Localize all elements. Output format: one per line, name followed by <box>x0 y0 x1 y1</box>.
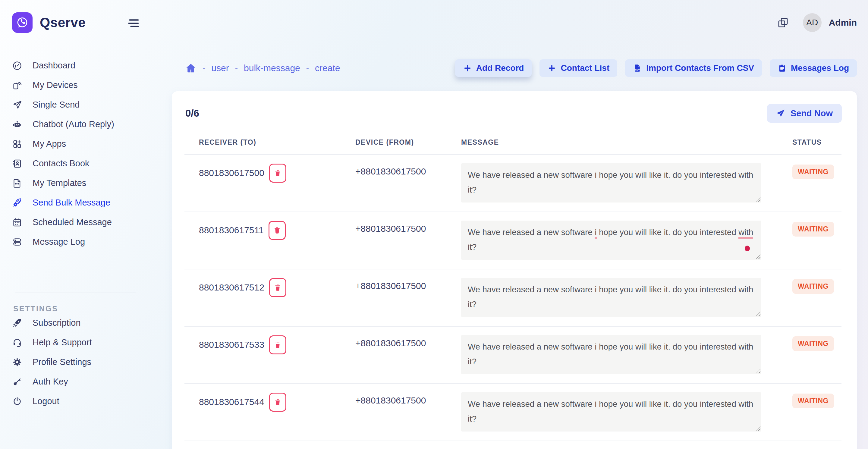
sidebar-item-help-support[interactable]: Help & Support <box>12 333 151 352</box>
sidebar-item-label: Scheduled Message <box>33 217 112 227</box>
receiver-cell: 8801830617511 <box>184 221 341 240</box>
status-cell: WAITING <box>778 392 841 431</box>
sidebar-item-single-send[interactable]: Single Send <box>12 95 151 115</box>
sidebar-item-my-apps[interactable]: My Apps <box>12 134 151 154</box>
contact-list-button[interactable]: Contact List <box>539 59 617 77</box>
misspelled-word: with <box>738 227 753 239</box>
misspelled-word: i <box>595 227 596 239</box>
table-row: 8801830617500 +8801830617500 We have rel… <box>184 155 841 212</box>
sidebar-item-my-devices[interactable]: My Devices <box>12 75 151 95</box>
button-label: Import Contacts From CSV <box>646 63 754 73</box>
device-cell: +8801830617500 <box>341 221 447 260</box>
device-number: +8801830617500 <box>355 338 426 348</box>
delete-row-button[interactable] <box>269 393 286 412</box>
message-textarea[interactable]: We have released a new software i hope y… <box>461 221 761 260</box>
table-row: 8801830617511 +8801830617500 We have rel… <box>184 212 841 269</box>
dashboard-icon <box>12 61 22 71</box>
sidebar-settings-heading: SETTINGS <box>13 304 151 313</box>
sidebar-item-label: Send Bulk Message <box>33 198 110 207</box>
main-content: -user-bulk-message-create Add RecordCont… <box>151 45 868 449</box>
table-header-row: RECEIVER (TO)DEVICE (FROM)MESSAGESTATUS <box>184 123 841 155</box>
sidebar-item-chatbot-auto-reply[interactable]: Chatbot (Auto Reply) <box>12 115 151 134</box>
message-cell: We have released a new software i hope y… <box>447 278 778 317</box>
send-now-button[interactable]: Send Now <box>767 104 842 123</box>
import-contacts-from-csv-button[interactable]: CSVImport Contacts From CSV <box>625 59 762 77</box>
grammar-checker-dot <box>745 246 750 251</box>
breadcrumb-separator: - <box>203 63 205 73</box>
user-name[interactable]: Admin <box>829 18 857 28</box>
sidebar-item-label: My Apps <box>33 139 66 149</box>
sidebar-divider <box>15 293 136 293</box>
messages-log-button[interactable]: Messages Log <box>770 59 857 77</box>
svg-text:CSV: CSV <box>635 68 640 71</box>
message-cell: We have released a new software i hope y… <box>447 221 778 260</box>
message-textarea[interactable]: We have released a new software i hope y… <box>461 278 761 317</box>
chatbot-icon <box>12 119 22 130</box>
message-textarea[interactable]: We have released a new software i hope y… <box>461 163 761 202</box>
breadcrumb-item-create[interactable]: create <box>315 63 340 73</box>
sidebar-item-message-log[interactable]: Message Log <box>12 232 151 252</box>
textarea-resize-handle[interactable] <box>756 426 761 430</box>
breadcrumb: -user-bulk-message-create <box>185 62 340 74</box>
status-cell: WAITING <box>778 163 841 202</box>
sidebar-item-dashboard[interactable]: Dashboard <box>12 56 151 75</box>
status-badge: WAITING <box>792 336 834 351</box>
sidebar-item-subscription[interactable]: Subscription <box>12 313 151 333</box>
delete-row-button[interactable] <box>269 335 286 354</box>
trash-icon <box>274 341 282 349</box>
calendar-icon <box>12 217 22 227</box>
table-row: 8801830617512 +8801830617500 We have rel… <box>184 269 841 327</box>
receiver-number: 8801830617511 <box>199 225 264 235</box>
device-cell: +8801830617500 <box>341 163 447 202</box>
device-number: +8801830617500 <box>355 166 426 176</box>
csv-icon: CSV <box>633 64 642 73</box>
status-badge: WAITING <box>792 164 834 179</box>
sidebar-item-send-bulk-message[interactable]: Send Bulk Message <box>12 193 151 213</box>
brand: Qserve <box>12 12 126 33</box>
brand-name: Qserve <box>40 15 86 30</box>
templates-icon <box>12 178 22 188</box>
message-textarea[interactable]: We have released a new software i hope y… <box>461 335 761 374</box>
delete-row-button[interactable] <box>269 221 286 240</box>
sidebar-item-label: Contacts Book <box>33 159 90 168</box>
sidebar-item-label: Message Log <box>33 237 85 247</box>
delete-row-button[interactable] <box>269 278 286 297</box>
sidebar-item-scheduled-message[interactable]: Scheduled Message <box>12 213 151 232</box>
device-number: +8801830617500 <box>355 224 426 233</box>
sidebar-item-auth-key[interactable]: Auth Key <box>12 372 151 391</box>
qserve-logo-icon <box>12 12 33 33</box>
textarea-resize-handle[interactable] <box>756 312 761 316</box>
trash-icon <box>274 169 282 177</box>
column-header-message: MESSAGE <box>447 138 778 147</box>
sidebar-item-profile-settings[interactable]: Profile Settings <box>12 352 151 372</box>
apps-icon <box>12 139 22 149</box>
device-cell: +8801830617500 <box>341 335 447 374</box>
messages-table: RECEIVER (TO)DEVICE (FROM)MESSAGESTATUS … <box>184 123 841 441</box>
column-header-device-from: DEVICE (FROM) <box>341 138 447 147</box>
textarea-resize-handle[interactable] <box>756 254 761 259</box>
sidebar-item-label: Subscription <box>33 318 81 328</box>
textarea-resize-handle[interactable] <box>756 369 761 373</box>
sidebar-item-logout[interactable]: Logout <box>12 391 151 411</box>
breadcrumb-item-bulk-message[interactable]: bulk-message <box>244 63 300 73</box>
whatsapp-icon <box>15 15 30 30</box>
power-icon <box>12 396 22 407</box>
hamburger-menu-icon[interactable] <box>126 16 140 29</box>
message-textarea[interactable]: We have released a new software i hope y… <box>461 392 761 431</box>
app: Qserve AD Admin DashboardMy DevicesSingl… <box>0 0 868 449</box>
home-icon[interactable] <box>185 62 196 74</box>
sidebar-item-my-templates[interactable]: My Templates <box>12 173 151 193</box>
breadcrumb-item-user[interactable]: user <box>211 63 229 73</box>
add-record-button[interactable]: Add Record <box>455 59 532 77</box>
column-header-status: STATUS <box>778 138 841 147</box>
delete-row-button[interactable] <box>269 164 286 183</box>
copy-icon[interactable] <box>777 17 789 29</box>
avatar[interactable]: AD <box>803 13 822 32</box>
topbar: Qserve AD Admin <box>0 0 868 45</box>
receiver-number: 8801830617544 <box>199 397 264 407</box>
status-cell: WAITING <box>778 335 841 374</box>
plus-icon <box>547 64 556 73</box>
message-cell: We have released a new software i hope y… <box>447 163 778 202</box>
textarea-resize-handle[interactable] <box>756 197 761 202</box>
sidebar-item-contacts-book[interactable]: Contacts Book <box>12 154 151 173</box>
